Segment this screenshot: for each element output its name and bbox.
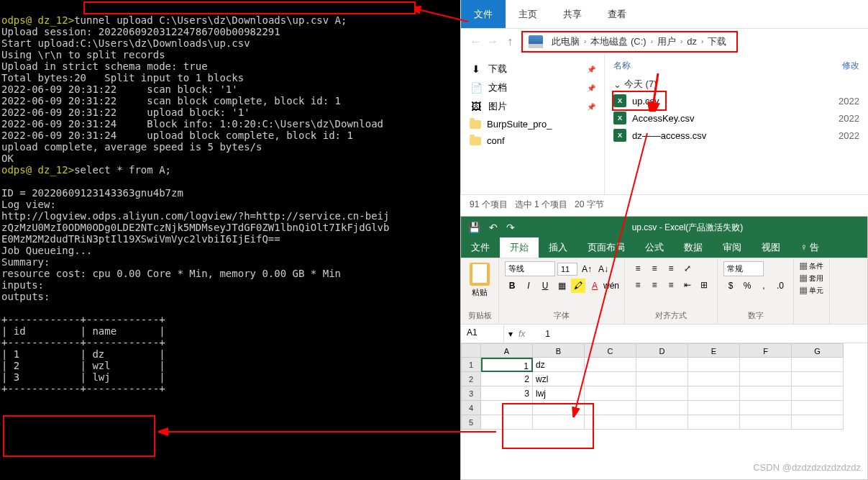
column-header[interactable]: G	[792, 343, 844, 358]
align-right-icon[interactable]: ≡	[664, 278, 678, 292]
cell[interactable]	[792, 358, 844, 372]
cell-b2[interactable]: wzl	[533, 372, 585, 386]
tab-file[interactable]: 文件	[461, 237, 500, 258]
file-row[interactable]: Xdz——access.csv2022	[605, 127, 868, 144]
align-left-icon[interactable]: ≡	[631, 278, 645, 292]
fill-color-button[interactable]: 🖍	[571, 279, 585, 293]
breadcrumb-item[interactable]: dz	[682, 36, 701, 47]
nav-forward-icon[interactable]: →	[484, 33, 501, 50]
row-header[interactable]: 3	[461, 386, 481, 401]
cell[interactable]	[585, 401, 636, 415]
tab-data[interactable]: 数据	[674, 237, 713, 258]
row-header[interactable]: 5	[461, 415, 481, 430]
breadcrumb[interactable]: 此电脑› 本地磁盘 (C:)› 用户› dz› 下载	[521, 31, 738, 53]
file-row[interactable]: XAccessKey.csv2022	[605, 109, 868, 127]
font-color-button[interactable]: A	[588, 279, 602, 293]
merge-icon[interactable]: ⊞	[697, 278, 711, 292]
tab-home[interactable]: 开始	[500, 237, 539, 258]
align-bottom-icon[interactable]: ≡	[664, 261, 678, 276]
cell[interactable]	[636, 415, 688, 430]
increase-decimal-icon[interactable]: .0	[773, 279, 787, 293]
sidebar-item-downloads[interactable]: ⬇下载📌	[461, 60, 604, 78]
cell[interactable]	[585, 372, 636, 386]
column-header[interactable]: E	[688, 343, 740, 358]
decrease-font-icon[interactable]: A↓	[596, 262, 611, 276]
cell-b3[interactable]: lwj	[533, 386, 585, 401]
tab-view[interactable]: 查看	[595, 0, 639, 28]
cell[interactable]	[740, 372, 792, 386]
number-format-select[interactable]: 常规	[723, 261, 764, 276]
cell-b1[interactable]: dz	[533, 358, 585, 372]
column-header[interactable]: B	[533, 343, 585, 358]
redo-icon[interactable]: ↷	[506, 222, 515, 233]
cell[interactable]	[740, 386, 792, 401]
terminal[interactable]: odps@ dz_12>tunnel upload C:\Users\dz\Do…	[0, 0, 460, 480]
tab-review[interactable]: 审阅	[713, 237, 751, 258]
tab-formulas[interactable]: 公式	[635, 237, 674, 258]
border-button[interactable]: ▦	[554, 279, 569, 293]
formula-input[interactable]: 1	[531, 329, 550, 339]
tab-file[interactable]: 文件	[461, 0, 506, 28]
tab-home[interactable]: 主页	[506, 0, 550, 28]
cell[interactable]	[533, 415, 585, 430]
cell[interactable]	[792, 372, 844, 386]
dropdown-icon[interactable]: ▾	[508, 329, 513, 339]
bold-button[interactable]: B	[505, 279, 519, 293]
breadcrumb-item[interactable]: 下载	[703, 35, 731, 48]
row-header[interactable]: 2	[461, 372, 481, 386]
indent-icon[interactable]: ⇤	[680, 278, 695, 292]
italic-button[interactable]: I	[521, 279, 536, 293]
column-modified[interactable]: 修改	[842, 60, 859, 72]
align-top-icon[interactable]: ≡	[631, 261, 645, 276]
cell[interactable]	[740, 358, 792, 372]
breadcrumb-item[interactable]: 用户	[653, 35, 680, 48]
nav-back-icon[interactable]: ←	[467, 33, 484, 50]
orientation-icon[interactable]: ⤢	[680, 261, 695, 276]
row-header[interactable]: 4	[461, 401, 481, 415]
cell[interactable]	[481, 415, 533, 430]
cell[interactable]	[636, 386, 688, 401]
cell[interactable]	[636, 372, 688, 386]
tab-insert[interactable]: 插入	[539, 237, 577, 258]
font-size-select[interactable]: 11	[557, 263, 577, 276]
font-name-select[interactable]: 等线	[505, 261, 555, 276]
column-header[interactable]: F	[740, 343, 792, 358]
fx-icon[interactable]: fx	[518, 329, 525, 339]
underline-button[interactable]: U	[538, 279, 552, 293]
cell-a1[interactable]: 1	[481, 358, 533, 372]
sidebar-item-folder[interactable]: conf	[461, 132, 604, 149]
cell[interactable]	[740, 415, 792, 430]
cell[interactable]	[585, 358, 636, 372]
tab-tell-me[interactable]: ♀ 告	[790, 237, 829, 258]
cell[interactable]	[688, 386, 740, 401]
select-all-corner[interactable]	[461, 343, 481, 358]
cell[interactable]	[688, 358, 740, 372]
phonetic-button[interactable]: wén	[604, 279, 618, 293]
tab-share[interactable]: 共享	[550, 0, 595, 28]
nav-up-icon[interactable]: ↑	[501, 33, 518, 50]
currency-icon[interactable]: $	[723, 279, 738, 293]
increase-font-icon[interactable]: A↑	[580, 262, 594, 276]
sidebar-item-pictures[interactable]: 🖼图片📌	[461, 97, 604, 116]
tab-layout[interactable]: 页面布局	[577, 237, 635, 258]
align-middle-icon[interactable]: ≡	[647, 261, 662, 276]
cell[interactable]	[792, 401, 844, 415]
comma-icon[interactable]: ,	[757, 279, 771, 293]
cell[interactable]	[585, 415, 636, 430]
undo-icon[interactable]: ↶	[489, 222, 498, 233]
column-name[interactable]: 名称	[613, 60, 842, 72]
cell-a2[interactable]: 2	[481, 372, 533, 386]
cell[interactable]	[636, 358, 688, 372]
cell[interactable]	[481, 401, 533, 415]
column-header[interactable]: D	[636, 343, 688, 358]
row-header[interactable]: 1	[461, 358, 481, 372]
cell[interactable]	[740, 401, 792, 415]
sidebar-item-folder[interactable]: BurpSuite_pro_	[461, 116, 604, 132]
cell[interactable]	[792, 386, 844, 401]
tab-view[interactable]: 视图	[751, 237, 790, 258]
column-header[interactable]: A	[481, 343, 533, 358]
save-icon[interactable]: 💾	[468, 222, 480, 233]
cell[interactable]	[688, 401, 740, 415]
name-box[interactable]: A1	[461, 325, 504, 343]
sidebar-item-documents[interactable]: 📄文档📌	[461, 78, 604, 97]
